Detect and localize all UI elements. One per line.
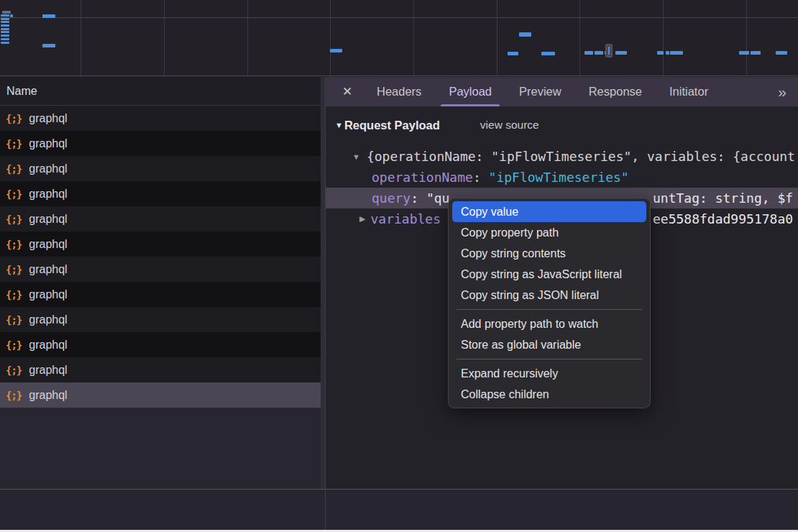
timeline-gray-bar <box>2 11 11 14</box>
timeline-request-bar <box>42 44 55 47</box>
close-icon[interactable]: ✕ <box>331 77 363 106</box>
overview-gridline <box>497 0 497 75</box>
timeline-request-bar <box>1 31 9 33</box>
request-name-label: graphql <box>29 188 67 201</box>
json-colon: : <box>473 170 489 185</box>
table-row[interactable]: {;}graphql <box>0 206 326 231</box>
json-preview-text: {operationName: "ipFlowTimeseries", vari… <box>367 149 795 164</box>
json-request-icon: {;} <box>6 113 22 124</box>
request-list: {;}graphql{;}graphql{;}graphql{;}graphql… <box>0 106 326 408</box>
timeline-request-bar <box>42 14 55 18</box>
context-menu-item[interactable]: Copy property path <box>452 222 646 243</box>
request-name-label: graphql <box>29 364 67 377</box>
timeline-request-bar <box>1 42 9 44</box>
table-row[interactable]: {;}graphql <box>0 106 326 131</box>
overview-gridline <box>247 0 248 75</box>
timeline-request-bar <box>657 51 664 55</box>
json-query-value-fragment: untTag: string, $f <box>653 188 793 208</box>
more-tabs-icon[interactable]: » <box>778 77 786 106</box>
timeline-request-bar <box>1 21 9 23</box>
json-variables-value-fragment: ee5588fdad995178a0 <box>653 208 793 229</box>
tab-response[interactable]: Response <box>575 77 656 106</box>
overview-gridline-horizontal <box>0 17 798 18</box>
timeline-request-bar <box>541 52 555 55</box>
request-name-label: graphql <box>29 238 67 251</box>
timeline-request-bar <box>739 51 749 55</box>
table-row[interactable]: {;}graphql <box>0 131 326 156</box>
marker-line <box>608 47 610 55</box>
view-source-link[interactable]: view source <box>480 119 539 132</box>
table-row[interactable]: {;}graphql <box>0 382 326 408</box>
menu-separator <box>457 309 642 310</box>
request-name-label: graphql <box>29 213 67 226</box>
timeline-request-bar <box>1 14 9 17</box>
json-key: query <box>372 191 411 206</box>
table-row[interactable]: {;}graphql <box>0 282 326 307</box>
json-root-row[interactable]: ▼ {operationName: "ipFlowTimeseries", va… <box>326 146 798 167</box>
network-overview[interactable] <box>0 0 798 76</box>
request-name-label: graphql <box>29 162 67 175</box>
timeline-request-bar <box>1 18 9 20</box>
json-request-icon: {;} <box>6 138 22 150</box>
table-row[interactable]: {;}graphql <box>0 156 326 181</box>
request-name-label: graphql <box>29 389 67 402</box>
column-header-name[interactable]: Name <box>0 77 326 106</box>
timeline-selected-marker <box>605 44 613 58</box>
timeline-request-bar <box>670 51 683 55</box>
json-property-row-operationname[interactable]: operationName: "ipFlowTimeseries" <box>326 167 798 188</box>
timeline-request-bar <box>10 14 13 17</box>
timeline-request-bar <box>666 51 669 55</box>
section-title: Request Payload <box>344 119 440 132</box>
overview-gridline <box>330 0 331 75</box>
tab-initiator[interactable]: Initiator <box>656 77 722 106</box>
json-key: operationName <box>372 170 473 185</box>
timeline-request-bar <box>776 51 787 55</box>
context-menu-item[interactable]: Copy value <box>452 201 646 222</box>
tab-preview[interactable]: Preview <box>505 77 575 106</box>
detail-tab-bar: ✕ Headers Payload Preview Response Initi… <box>326 77 798 106</box>
context-menu-item[interactable]: Copy string as JSON literal <box>452 285 646 306</box>
tab-headers[interactable]: Headers <box>363 77 435 106</box>
context-menu-item[interactable]: Collapse children <box>452 384 646 405</box>
json-request-icon: {;} <box>6 163 22 175</box>
request-name-label: graphql <box>29 288 67 301</box>
table-row[interactable]: {;}graphql <box>0 332 326 357</box>
timeline-request-bar <box>330 49 342 52</box>
json-request-icon: {;} <box>6 339 22 351</box>
context-menu-item[interactable]: Copy string as JavaScript literal <box>452 264 646 285</box>
table-row[interactable]: {;}graphql <box>0 307 326 332</box>
timeline-request-bar <box>595 51 603 55</box>
timeline-request-bar <box>584 51 593 55</box>
table-row[interactable]: {;}graphql <box>0 257 326 282</box>
timeline-request-bar <box>508 52 518 55</box>
context-menu-item[interactable]: Add property path to watch <box>452 313 646 334</box>
context-menu-item[interactable]: Copy string contents <box>452 243 646 264</box>
timeline-request-bar <box>1 28 9 30</box>
panel-divider[interactable] <box>325 77 326 530</box>
table-row[interactable]: {;}graphql <box>0 231 326 257</box>
table-row[interactable]: {;}graphql <box>0 181 326 206</box>
overview-gridline <box>579 0 580 75</box>
json-request-icon: {;} <box>6 364 22 376</box>
devtools-network-panel: Name {;}graphql{;}graphql{;}graphql{;}gr… <box>0 0 798 530</box>
context-menu-item[interactable]: Expand recursively <box>452 363 646 384</box>
json-request-icon: {;} <box>6 239 22 250</box>
context-menu-item[interactable]: Store as global variable <box>452 334 646 355</box>
overview-gridline <box>663 0 664 75</box>
timeline-request-bar <box>1 24 9 27</box>
json-key: variables <box>370 211 441 226</box>
tab-payload[interactable]: Payload <box>435 77 505 106</box>
table-row[interactable]: {;}graphql <box>0 357 326 382</box>
expand-triangle-icon[interactable]: ▶ <box>359 214 365 224</box>
collapse-triangle-icon[interactable]: ▼ <box>335 121 343 129</box>
timeline-request-bar <box>615 51 627 55</box>
request-name-label: graphql <box>29 137 67 150</box>
request-name-label: graphql <box>29 339 67 352</box>
request-payload-section-header[interactable]: ▼ Request Payload view source <box>335 116 539 134</box>
collapse-triangle-icon[interactable]: ▼ <box>352 152 360 161</box>
request-name-label: graphql <box>29 112 67 125</box>
request-name-label: graphql <box>29 263 67 276</box>
menu-separator <box>457 359 642 359</box>
context-menu: Copy valueCopy property pathCopy string … <box>448 198 651 408</box>
json-string-value: "qu <box>426 191 450 206</box>
